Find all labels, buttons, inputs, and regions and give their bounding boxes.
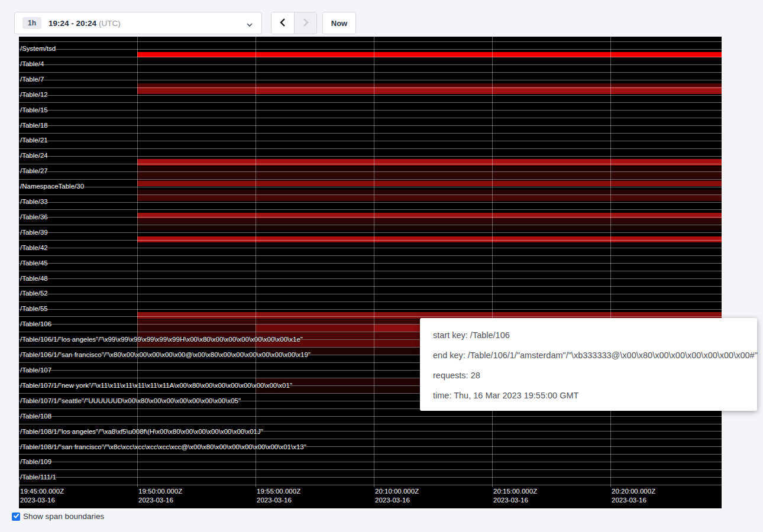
row-key-label: /Table/109 [20,458,51,465]
heat-band [137,325,256,332]
span-boundary-line [19,263,722,264]
tooltip-time: time: Thu, 16 Mar 2023 19:55:00 GMT [433,385,757,406]
span-boundary-line [19,87,722,88]
span-boundary-line [19,477,722,478]
row-key-label: /Table/107/1/"new york"/"\x11\x11\x11\x1… [20,382,292,389]
span-boundary-line [19,110,722,111]
heat-band [256,325,374,332]
span-boundary-line [19,95,722,96]
span-boundary-line [19,278,722,279]
row-key-label: /Table/106/1/"san francisco"/"\x80\x00\x… [20,351,311,358]
key-visualizer-canvas[interactable]: /System/tsd/Table/4/Table/7/Table/12/Tab… [19,37,722,508]
row-key-label: /Table/107/1/"seattle"/"UUUUUUD\x00\x80\… [20,397,241,404]
row-key-label: /Table/24 [20,152,48,159]
heat-band [137,236,722,242]
heat-band [256,87,722,94]
span-boundary-line [19,294,722,294]
row-key-label: /NamespaceTable/30 [20,183,84,190]
span-boundary-line [19,194,722,195]
row-key-label: /Table/12 [20,91,48,98]
span-boundary-line [19,462,722,462]
time-gridline [19,480,20,487]
time-axis-label: 20:20:00.000Z 2023-03-16 [612,487,655,505]
span-boundary-line [19,416,722,417]
time-axis-label: 20:10:00.000Z 2023-03-16 [375,487,419,505]
next-range-button[interactable] [294,12,316,34]
range-duration-badge: 1h [22,17,41,29]
heat-band [137,87,256,94]
heat-band [137,172,722,177]
time-nav-group [271,12,317,34]
row-key-label: /Table/18 [20,122,48,129]
show-span-boundaries-checkbox[interactable] [12,512,20,521]
chevron-right-icon [302,18,310,29]
prev-range-button[interactable] [271,12,294,34]
time-range-picker[interactable]: 1h 19:24 - 20:24 (UTC) [14,12,262,34]
row-key-label: /Table/7 [20,76,44,83]
time-gridline [610,37,611,487]
row-key-label: /Table/48 [20,275,48,282]
span-boundary-line [19,232,722,233]
span-boundary-line [19,187,722,187]
span-boundary-line [19,156,722,157]
span-boundary-line [19,164,722,164]
heat-band [137,218,722,223]
span-boundary-line [19,57,722,57]
span-boundary-line [19,255,722,256]
span-boundary-line [19,118,722,118]
time-gridline [492,37,493,487]
row-key-label: /Table/106/1/"los angeles"/"\x99\x99\x99… [20,336,303,343]
tooltip-start-key: start key: /Table/106 [433,325,757,345]
time-axis-label: 19:55:00.000Z 2023-03-16 [257,487,300,505]
checkmark-icon [13,512,20,521]
row-key-label: /Table/33 [20,198,48,205]
span-boundary-line [19,316,722,317]
range-timezone-label: (UTC) [99,19,121,28]
row-key-label: /Table/111/1 [20,473,56,481]
span-boundary-line [19,148,722,149]
span-boundary-line [19,248,722,248]
span-boundary-line [19,271,722,271]
span-boundary-line [19,49,722,50]
time-gridline [256,37,256,487]
span-boundary-line [19,217,722,218]
heat-band [137,181,722,186]
hover-tooltip: start key: /Table/106 end key: /Table/10… [420,318,757,411]
span-boundary-line [19,301,722,302]
span-boundary-line [19,141,722,141]
row-key-label: /Table/45 [20,259,48,267]
row-key-label: /Table/4 [20,60,44,67]
span-boundary-line [19,125,722,126]
span-boundary-line [19,454,722,455]
time-axis-label: 20:15:00.000Z 2023-03-16 [493,487,537,505]
row-key-label: /Table/36 [20,213,48,220]
row-key-label: /Table/27 [20,167,48,174]
span-boundary-line [19,286,722,287]
heat-band [137,159,722,166]
row-key-label: /Table/21 [20,137,48,144]
row-key-label: /Table/106 [20,320,51,327]
span-boundary-line [19,179,722,180]
tooltip-requests: requests: 28 [433,365,757,385]
span-boundary-line [19,171,722,172]
time-gridline [137,37,138,487]
span-boundary-line [19,102,722,103]
span-boundary-line [19,64,722,65]
chevron-down-icon [246,20,253,31]
span-boundary-line [19,485,722,485]
chevron-left-icon [279,18,287,29]
time-gridline [374,37,374,487]
row-key-label: /Table/107 [20,366,51,374]
span-boundary-line [19,72,722,73]
row-key-label: /Table/52 [20,290,48,297]
span-boundary-line [19,240,722,241]
now-button[interactable]: Now [322,12,356,34]
span-boundary-line [19,424,722,424]
span-boundary-line [19,41,722,42]
row-key-label: /Table/15 [20,106,48,113]
row-key-label: /Table/55 [20,305,48,312]
span-boundary-line [19,225,722,225]
time-axis-label: 19:45:00.000Z 2023-03-16 [20,487,64,505]
span-boundary-line [19,80,722,80]
span-boundary-line [19,209,722,210]
